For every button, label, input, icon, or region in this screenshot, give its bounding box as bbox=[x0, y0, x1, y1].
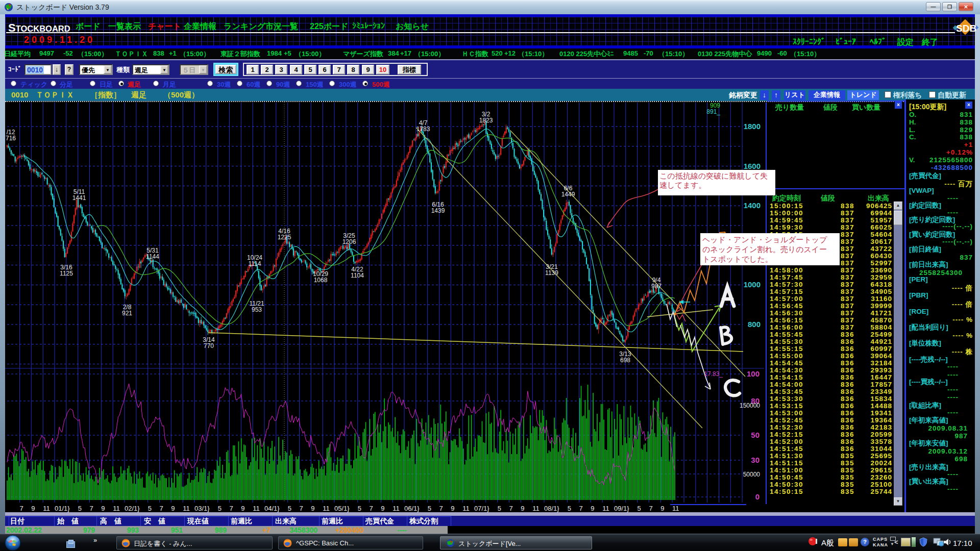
svg-text:698: 698 bbox=[620, 357, 630, 364]
svg-text:08/1}: 08/1} bbox=[544, 505, 559, 512]
svg-text:1823: 1823 bbox=[479, 117, 493, 124]
svg-text:03/1}: 03/1} bbox=[194, 505, 210, 512]
svg-text:7: 7 bbox=[649, 505, 653, 512]
svg-text:953: 953 bbox=[252, 306, 262, 313]
svg-text:100: 100 bbox=[747, 369, 760, 378]
svg-text:7: 7 bbox=[370, 505, 373, 512]
svg-text:891_: 891_ bbox=[706, 108, 720, 115]
svg-text:9: 9 bbox=[31, 505, 35, 512]
svg-text:11: 11 bbox=[183, 505, 190, 512]
svg-text:5: 5 bbox=[358, 505, 361, 512]
svg-text:1125: 1125 bbox=[60, 270, 73, 277]
svg-text:11: 11 bbox=[602, 505, 609, 512]
svg-text:11: 11 bbox=[113, 505, 120, 512]
svg-text:9: 9 bbox=[101, 505, 105, 512]
svg-text:1600: 1600 bbox=[744, 162, 761, 170]
svg-text:7: 7 bbox=[230, 505, 233, 512]
svg-text:1104: 1104 bbox=[351, 272, 364, 279]
svg-text:11: 11 bbox=[323, 505, 330, 512]
svg-text:9: 9 bbox=[591, 505, 594, 512]
svg-text:11: 11 bbox=[532, 505, 540, 512]
svg-text:770: 770 bbox=[204, 342, 214, 349]
svg-text:5: 5 bbox=[288, 505, 291, 512]
svg-text:1783: 1783 bbox=[416, 126, 430, 133]
svg-text:1449: 1449 bbox=[561, 191, 575, 198]
svg-text:716: 716 bbox=[6, 135, 16, 142]
svg-text:1225: 1225 bbox=[278, 234, 291, 241]
svg-text:1439: 1439 bbox=[431, 207, 445, 214]
svg-text:5: 5 bbox=[218, 505, 222, 512]
svg-text:9: 9 bbox=[451, 505, 454, 512]
svg-text:5: 5 bbox=[428, 505, 431, 512]
svg-text:1000: 1000 bbox=[744, 280, 761, 289]
svg-text:17.83_: 17.83_ bbox=[704, 370, 723, 378]
svg-text:06/1}: 06/1} bbox=[404, 505, 420, 512]
svg-text:987: 987 bbox=[651, 283, 662, 290]
svg-text:30: 30 bbox=[751, 456, 760, 464]
svg-text:11: 11 bbox=[672, 505, 679, 512]
svg-text:11: 11 bbox=[393, 505, 400, 512]
svg-text:1400: 1400 bbox=[744, 201, 761, 210]
svg-text:7: 7 bbox=[20, 505, 23, 512]
svg-text:7: 7 bbox=[90, 505, 93, 512]
svg-text:9: 9 bbox=[660, 505, 664, 512]
svg-text:7: 7 bbox=[509, 505, 513, 512]
svg-text:5: 5 bbox=[148, 505, 152, 512]
svg-text:921: 921 bbox=[122, 310, 132, 317]
svg-text:0: 0 bbox=[755, 492, 760, 501]
svg-text:07/1}: 07/1} bbox=[474, 505, 489, 512]
svg-text:1800: 1800 bbox=[744, 122, 761, 131]
svg-text:7: 7 bbox=[579, 505, 583, 512]
svg-text:150000: 150000 bbox=[740, 402, 760, 409]
svg-text:9: 9 bbox=[171, 505, 175, 512]
svg-text:SDB: SDB bbox=[956, 23, 976, 34]
svg-text:02/1}: 02/1} bbox=[125, 505, 140, 512]
svg-text:9: 9 bbox=[521, 505, 524, 512]
svg-text:11: 11 bbox=[462, 505, 470, 512]
svg-text:1068: 1068 bbox=[314, 277, 328, 284]
svg-text:09/1}: 09/1} bbox=[614, 505, 629, 512]
svg-text:5: 5 bbox=[78, 505, 82, 512]
svg-text:01/1}: 01/1} bbox=[55, 505, 70, 512]
svg-text:04/1}: 04/1} bbox=[264, 505, 280, 512]
svg-text:9: 9 bbox=[311, 505, 314, 512]
svg-text:1114: 1114 bbox=[249, 260, 261, 267]
svg-text:7: 7 bbox=[300, 505, 303, 512]
svg-text:5: 5 bbox=[568, 505, 571, 512]
svg-text:7: 7 bbox=[160, 505, 163, 512]
svg-text:50000: 50000 bbox=[743, 471, 761, 478]
svg-text:7: 7 bbox=[439, 505, 443, 512]
svg-text:9: 9 bbox=[381, 505, 384, 512]
svg-text:11: 11 bbox=[43, 505, 50, 512]
svg-text:1139: 1139 bbox=[545, 269, 558, 277]
svg-text:9: 9 bbox=[241, 505, 244, 512]
svg-text:800: 800 bbox=[748, 320, 761, 329]
svg-text:11: 11 bbox=[253, 505, 260, 512]
svg-text:1206: 1206 bbox=[342, 238, 356, 245]
svg-text:05/1}: 05/1} bbox=[334, 505, 350, 512]
svg-text:5: 5 bbox=[638, 505, 641, 512]
svg-text:1441: 1441 bbox=[72, 194, 86, 202]
svg-text:50: 50 bbox=[751, 431, 760, 439]
svg-text:1144: 1144 bbox=[146, 253, 159, 260]
svg-text:5: 5 bbox=[498, 505, 501, 512]
